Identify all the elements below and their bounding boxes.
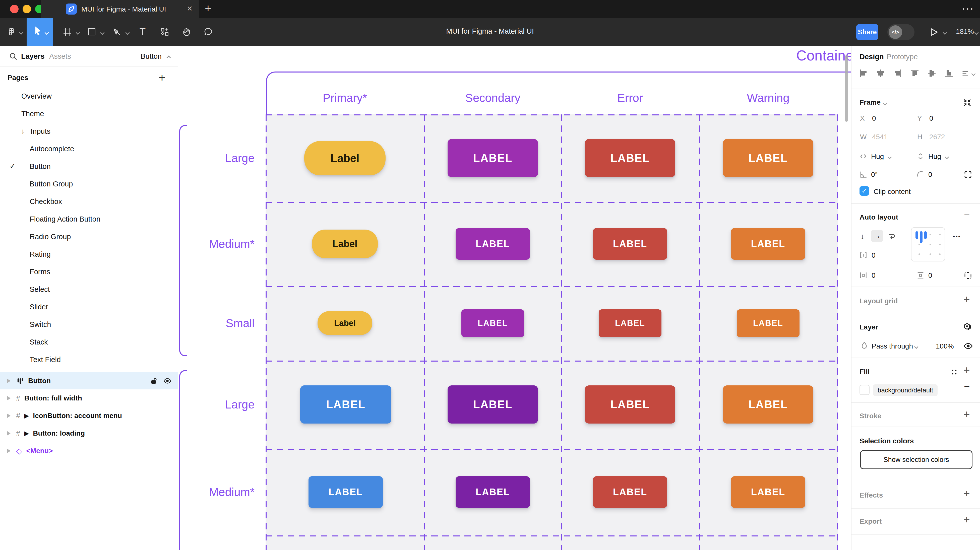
clip-content-checkbox[interactable]: ✓ bbox=[859, 186, 869, 196]
sidebar-page-switch[interactable]: Switch bbox=[0, 316, 178, 333]
button-primary-medium[interactable]: Label bbox=[312, 230, 378, 258]
distribute-chevron-icon[interactable] bbox=[972, 72, 975, 76]
styles-icon[interactable] bbox=[950, 368, 958, 376]
button-secondary-large[interactable]: LABEL bbox=[447, 139, 538, 177]
layout-horizontal-icon-selected[interactable]: → bbox=[871, 230, 883, 242]
eye-icon[interactable] bbox=[963, 341, 973, 351]
button-secondary-large-2[interactable]: LABEL bbox=[447, 385, 538, 424]
button-primary-medium-2[interactable]: LABEL bbox=[309, 476, 383, 508]
lock-open-icon[interactable] bbox=[150, 377, 158, 385]
opacity-value[interactable]: 100% bbox=[936, 342, 954, 350]
blend-mode-icon[interactable] bbox=[963, 322, 972, 332]
chevron-right-icon[interactable] bbox=[7, 448, 11, 453]
sidebar-page-button[interactable]: ✓Button bbox=[0, 157, 178, 175]
add-export-icon[interactable]: + bbox=[963, 513, 970, 526]
frame-section-title[interactable]: Frame bbox=[859, 99, 881, 107]
add-effect-icon[interactable]: + bbox=[963, 487, 970, 500]
chevron-right-icon[interactable] bbox=[7, 378, 11, 383]
vertical-padding-value[interactable]: 0 bbox=[928, 272, 932, 280]
rotation-value[interactable]: 0° bbox=[871, 171, 878, 179]
show-selection-colors-button[interactable]: Show selection colors bbox=[860, 450, 972, 469]
layout-wrap-icon[interactable] bbox=[887, 232, 896, 241]
zoom-chevron-icon[interactable] bbox=[975, 30, 978, 35]
window-more-icon[interactable]: ⋯ bbox=[961, 2, 974, 16]
sidebar-page-text-field[interactable]: Text Field bbox=[0, 351, 178, 368]
sidebar-page-overview[interactable]: Overview bbox=[0, 87, 178, 105]
button-error-large-2[interactable]: LABEL bbox=[585, 385, 675, 424]
sidebar-page-autocomplete[interactable]: Autocomplete bbox=[0, 140, 178, 157]
dev-mode-toggle[interactable]: </> bbox=[888, 24, 915, 40]
hug-vertical-value[interactable]: Hug bbox=[928, 153, 941, 161]
remove-auto-layout-icon[interactable]: − bbox=[964, 209, 970, 221]
design-canvas[interactable]: Contained Primary* Secondary Error Warni… bbox=[178, 46, 851, 550]
chevron-down-icon[interactable] bbox=[945, 155, 948, 160]
button-error-large[interactable]: LABEL bbox=[585, 139, 675, 177]
eye-icon[interactable] bbox=[163, 377, 172, 385]
independent-corners-icon[interactable] bbox=[963, 170, 972, 179]
sidebar-page-fab[interactable]: Floating Action Button bbox=[0, 210, 178, 228]
y-value[interactable]: 0 bbox=[929, 114, 933, 122]
add-stroke-icon[interactable]: + bbox=[963, 408, 970, 421]
button-error-medium[interactable]: LABEL bbox=[593, 228, 667, 260]
alignment-widget[interactable] bbox=[911, 227, 945, 261]
chevron-down-icon[interactable] bbox=[884, 102, 887, 106]
align-top-icon[interactable] bbox=[910, 69, 919, 78]
sidebar-page-rating[interactable]: Rating bbox=[0, 245, 178, 263]
chevron-down-icon[interactable] bbox=[915, 345, 918, 349]
file-tab[interactable]: MUI for Figma - Material UI ✕ bbox=[41, 0, 199, 18]
align-vertical-center-icon[interactable] bbox=[927, 69, 936, 78]
button-warning-medium[interactable]: LABEL bbox=[731, 228, 805, 260]
blend-mode-value[interactable]: Pass through bbox=[872, 342, 913, 350]
button-secondary-small[interactable]: LABEL bbox=[461, 309, 524, 337]
sidebar-page-stack[interactable]: Stack bbox=[0, 333, 178, 351]
layer-row-menu-component[interactable]: ◇ <Menu> bbox=[0, 442, 178, 460]
sidebar-page-inputs[interactable]: ↓Inputs bbox=[0, 122, 178, 140]
search-icon[interactable] bbox=[9, 52, 18, 61]
button-secondary-medium[interactable]: LABEL bbox=[456, 228, 530, 260]
tab-design[interactable]: Design bbox=[859, 53, 884, 61]
tab-layers[interactable]: Layers bbox=[21, 52, 45, 60]
gap-value[interactable]: 0 bbox=[872, 251, 876, 259]
canvas-scrollbar[interactable] bbox=[845, 55, 848, 122]
chevron-down-icon[interactable] bbox=[888, 155, 891, 160]
close-window-button[interactable] bbox=[10, 5, 19, 13]
align-left-icon[interactable] bbox=[859, 69, 868, 78]
chevron-right-icon[interactable] bbox=[7, 413, 11, 418]
tab-close-icon[interactable]: ✕ bbox=[187, 5, 192, 13]
zoom-level[interactable]: 181% bbox=[956, 28, 974, 36]
chevron-right-icon[interactable] bbox=[7, 431, 11, 436]
sidebar-page-forms[interactable]: Forms bbox=[0, 263, 178, 281]
button-secondary-medium-2[interactable]: LABEL bbox=[456, 476, 530, 508]
fill-color-swatch[interactable] bbox=[859, 385, 870, 395]
w-value[interactable]: 4541 bbox=[872, 133, 888, 141]
sidebar-selection-label[interactable]: Button bbox=[141, 52, 162, 60]
sidebar-page-theme[interactable]: Theme bbox=[0, 105, 178, 122]
corner-radius-value[interactable]: 0 bbox=[928, 171, 932, 179]
add-page-icon[interactable]: + bbox=[159, 71, 165, 84]
button-warning-large[interactable]: LABEL bbox=[723, 139, 813, 177]
button-warning-large-2[interactable]: LABEL bbox=[723, 385, 813, 424]
chevron-up-icon[interactable] bbox=[167, 56, 170, 60]
h-value[interactable]: 2672 bbox=[929, 133, 945, 141]
button-primary-large-2[interactable]: LABEL bbox=[300, 385, 391, 424]
button-error-medium-2[interactable]: LABEL bbox=[593, 476, 667, 508]
layer-row-button-loading[interactable]: # ▶ Button: loading bbox=[0, 424, 178, 442]
horizontal-padding-value[interactable]: 0 bbox=[872, 272, 876, 280]
align-right-icon[interactable] bbox=[893, 69, 902, 78]
align-horizontal-center-icon[interactable] bbox=[876, 69, 885, 78]
sidebar-page-select[interactable]: Select bbox=[0, 281, 178, 298]
share-button[interactable]: Share bbox=[856, 24, 878, 40]
button-error-small[interactable]: LABEL bbox=[599, 309, 662, 337]
x-value[interactable]: 0 bbox=[872, 114, 876, 122]
tab-assets[interactable]: Assets bbox=[49, 52, 71, 60]
button-warning-small[interactable]: LABEL bbox=[737, 309, 800, 337]
distribute-icon[interactable] bbox=[961, 69, 970, 78]
sidebar-page-radio-group[interactable]: Radio Group bbox=[0, 228, 178, 245]
present-icon[interactable] bbox=[929, 27, 939, 37]
sidebar-page-slider[interactable]: Slider bbox=[0, 298, 178, 316]
independent-padding-icon[interactable] bbox=[963, 271, 972, 280]
fill-token-chip[interactable]: background/default bbox=[873, 385, 937, 396]
chevron-right-icon[interactable] bbox=[7, 396, 11, 401]
sidebar-page-checkbox[interactable]: Checkbox bbox=[0, 193, 178, 210]
present-chevron-icon[interactable] bbox=[943, 30, 947, 35]
